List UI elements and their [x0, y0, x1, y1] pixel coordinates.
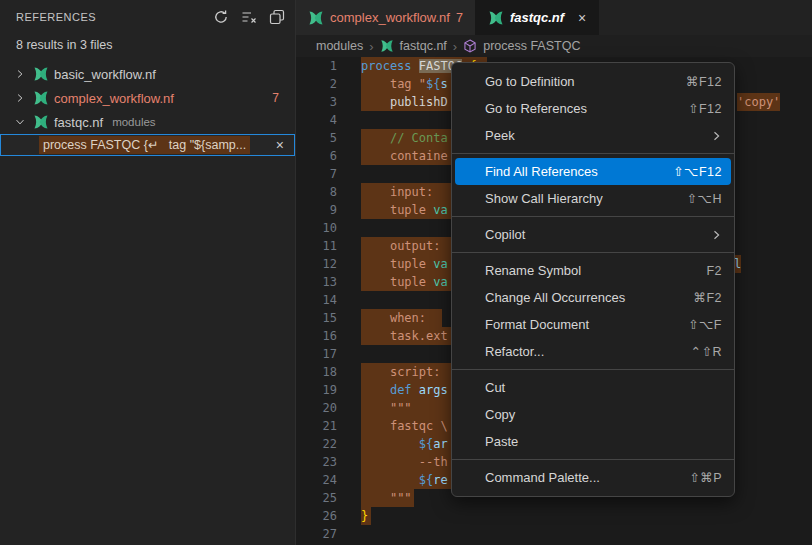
- menu-item-find-all-references[interactable]: Find All References⇧⌥F12: [455, 158, 731, 185]
- tab-complex-workflow[interactable]: complex_workflow.nf 7: [296, 0, 476, 35]
- line-number: 13: [296, 273, 337, 291]
- code-token: publishD: [390, 95, 448, 109]
- menu-item-peek[interactable]: Peek: [452, 122, 734, 149]
- code-token: """: [390, 401, 412, 415]
- reference-result-row[interactable]: process FASTQC {↵ tag "${samp... ×: [0, 134, 295, 156]
- menu-item-label: Format Document: [485, 317, 589, 332]
- code-text[interactable]: }: [361, 507, 371, 525]
- code-text[interactable]: """: [361, 489, 414, 507]
- line-number: 15: [296, 309, 337, 327]
- code-token: tuple: [390, 203, 433, 217]
- breadcrumb-file[interactable]: fastqc.nf: [400, 39, 447, 53]
- nextflow-file-icon: [33, 90, 49, 106]
- code-token: ${: [419, 437, 433, 451]
- menu-item-copilot[interactable]: Copilot: [452, 221, 734, 248]
- breadcrumb: modules › fastqc.nf › process FASTQC: [296, 35, 812, 57]
- sidebar-empty-area: [0, 156, 295, 545]
- file-name: fastqc.nf: [54, 115, 103, 130]
- code-text[interactable]: output:: [361, 237, 456, 255]
- code-token: task.ext: [390, 329, 448, 343]
- code-text[interactable]: """: [361, 399, 454, 417]
- tab-problems-badge: 7: [456, 11, 463, 25]
- code-token: ": [419, 77, 426, 91]
- menu-item-show-call-hierarchy[interactable]: Show Call Hierarchy⇧⌥H: [452, 185, 734, 212]
- code-token: when:: [390, 311, 426, 325]
- code-token: containe: [390, 149, 448, 163]
- reference-range-highlight: """: [361, 399, 454, 417]
- code-text[interactable]: when:: [361, 309, 442, 327]
- code-token: [361, 491, 390, 505]
- line-number: 27: [296, 525, 337, 543]
- menu-item-rename-symbol[interactable]: Rename SymbolF2: [452, 257, 734, 284]
- chevron-down-icon[interactable]: [12, 114, 28, 130]
- close-tab-icon[interactable]: ×: [578, 10, 586, 26]
- menu-item-change-all-occurrences[interactable]: Change All Occurrences⌘F2: [452, 284, 734, 311]
- line-number: 21: [296, 417, 337, 435]
- code-text[interactable]: script:: [361, 363, 456, 381]
- code-token: [361, 239, 390, 253]
- breadcrumb-symbol[interactable]: process FASTQC: [483, 39, 580, 53]
- breadcrumb-separator: ›: [369, 39, 373, 54]
- code-token: [361, 77, 390, 91]
- tab-bar-empty: [599, 0, 812, 35]
- chevron-right-icon[interactable]: [12, 66, 28, 82]
- breadcrumb-folder[interactable]: modules: [316, 39, 363, 53]
- line-number: 20: [296, 399, 337, 417]
- line-number: 23: [296, 453, 337, 471]
- file-row-fastqc[interactable]: fastqc.nf modules: [0, 110, 295, 134]
- code-token: [361, 365, 390, 379]
- file-row-complex-workflow[interactable]: complex_workflow.nf 7: [0, 86, 295, 110]
- reference-range-highlight: output:: [361, 237, 456, 255]
- menu-item-paste[interactable]: Paste: [452, 428, 734, 455]
- code-token: [361, 95, 390, 109]
- menu-item-label: Go to Definition: [485, 74, 575, 89]
- sidebar-title: REFERENCES: [16, 11, 96, 23]
- tab-fastqc[interactable]: fastqc.nf ×: [476, 0, 599, 35]
- dismiss-result-icon[interactable]: ×: [276, 137, 284, 153]
- references-sidebar: REFERENCES 8 resul: [0, 0, 296, 545]
- code-token: re: [433, 473, 447, 487]
- reference-range-highlight: """: [361, 489, 414, 507]
- code-token: [361, 257, 390, 271]
- clear-all-icon[interactable]: [241, 9, 257, 25]
- line-number: 5: [296, 129, 337, 147]
- menu-item-copy[interactable]: Copy: [452, 401, 734, 428]
- menu-item-go-to-definition[interactable]: Go to Definition⌘F12: [452, 68, 734, 95]
- menu-item-cut[interactable]: Cut: [452, 374, 734, 401]
- code-token: [361, 419, 390, 433]
- module-symbol-icon: [463, 39, 477, 53]
- line-number: 10: [296, 219, 337, 237]
- line-number: 14: [296, 291, 337, 309]
- sidebar-header: REFERENCES: [0, 0, 295, 34]
- line-number: 26: [296, 507, 337, 525]
- line-number: 18: [296, 363, 337, 381]
- tab-label: complex_workflow.nf: [330, 10, 450, 25]
- menu-item-command-palette[interactable]: Command Palette...⇧⌘P: [452, 464, 734, 491]
- menu-item-label: Rename Symbol: [485, 263, 581, 278]
- chevron-right-icon[interactable]: [12, 90, 28, 106]
- refresh-icon[interactable]: [213, 9, 229, 25]
- menu-separator: [452, 369, 734, 370]
- nextflow-file-icon: [33, 114, 49, 130]
- menu-item-go-to-references[interactable]: Go to References⇧F12: [452, 95, 734, 122]
- code-line[interactable]: 26}: [296, 507, 812, 525]
- code-token: [361, 383, 390, 397]
- menu-item-format-document[interactable]: Format Document⇧⌥F: [452, 311, 734, 338]
- menu-item-refactor[interactable]: Refactor...⌃⇧R: [452, 338, 734, 365]
- code-token: fastqc \: [390, 419, 448, 433]
- line-number: 3: [296, 93, 337, 111]
- menu-item-shortcut: ⇧⌥F: [688, 317, 722, 332]
- file-row-basic-workflow[interactable]: basic_workflow.nf: [0, 62, 295, 86]
- code-token: [361, 131, 390, 145]
- menu-item-label: Paste: [485, 434, 518, 449]
- code-token: [361, 455, 419, 469]
- menu-separator: [452, 459, 734, 460]
- line-number: 19: [296, 381, 337, 399]
- code-text[interactable]: input:: [361, 183, 451, 201]
- line-number: 16: [296, 327, 337, 345]
- menu-separator: [452, 216, 734, 217]
- collapse-all-icon[interactable]: [269, 9, 285, 25]
- code-line[interactable]: 27: [296, 525, 812, 543]
- code-token: va: [433, 275, 447, 289]
- menu-item-label: Change All Occurrences: [485, 290, 625, 305]
